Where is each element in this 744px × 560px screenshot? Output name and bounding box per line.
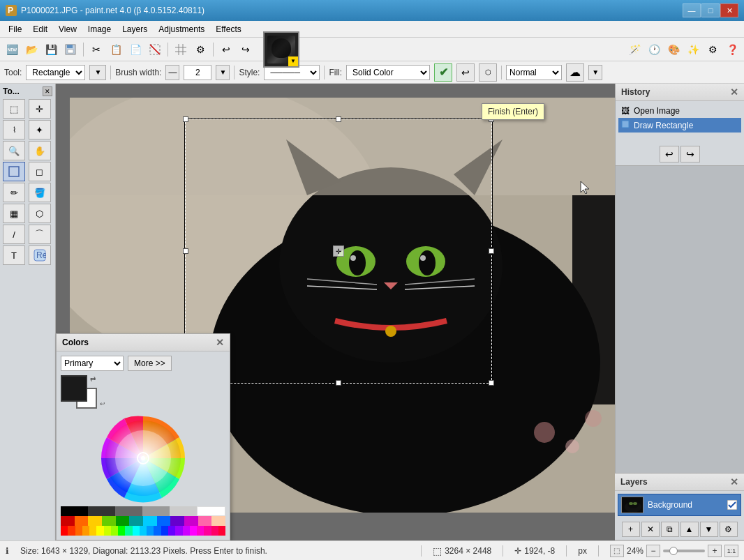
menu-layers[interactable]: Layers (117, 23, 153, 36)
toolbar-deselect[interactable] (146, 40, 164, 59)
layers-panel-close[interactable]: ✕ (730, 476, 738, 487)
layer-visibility-checkbox[interactable] (727, 499, 738, 510)
toolbar-magic-wand[interactable]: 🪄 (625, 40, 643, 59)
tool-line[interactable]: / (3, 225, 25, 244)
antialias-btn[interactable]: ⬡ (479, 63, 497, 82)
menu-view[interactable]: View (53, 23, 82, 36)
toolbar-cut[interactable]: ✂ (87, 40, 105, 59)
toolbar-help[interactable]: ❓ (723, 40, 741, 59)
curve-mode-btn[interactable]: ↩ (456, 63, 475, 82)
history-item-open-image[interactable]: 🖼 Open Image (618, 104, 741, 118)
color-palette[interactable] (61, 506, 225, 536)
history-redo-btn[interactable]: ↪ (680, 146, 700, 162)
tool-magic-wand[interactable]: ✦ (29, 120, 51, 139)
minimize-button[interactable]: — (683, 3, 701, 17)
close-button[interactable]: ✕ (720, 3, 738, 17)
brush-width-input[interactable] (184, 65, 211, 80)
menu-image[interactable]: Image (82, 23, 117, 36)
palette-lime[interactable] (102, 516, 116, 526)
palette-lightgray[interactable] (142, 506, 170, 516)
tool-paintbrush[interactable]: ✏ (3, 183, 25, 202)
toolbar-colors-panel[interactable]: 🎨 (664, 40, 683, 59)
palette-gray[interactable] (115, 506, 142, 516)
palette-darkgray[interactable] (88, 506, 115, 516)
tool-rectangle-select[interactable]: ⬚ (3, 99, 25, 119)
layer-duplicate-btn[interactable]: ⧉ (661, 522, 679, 537)
tool-clone[interactable]: 🪣 (29, 183, 51, 202)
history-item-draw-rectangle[interactable]: Draw Rectangle (618, 118, 741, 133)
palette-blue[interactable] (157, 516, 171, 526)
menu-adjustments[interactable]: Adjustments (153, 23, 210, 36)
tool-zoom[interactable]: 🔍 (3, 141, 25, 160)
brush-increase-btn[interactable]: ▼ (216, 65, 230, 80)
toolbar-history-panel[interactable]: 🕐 (645, 40, 663, 59)
palette-orange[interactable] (75, 516, 89, 526)
tool-eraser[interactable]: ◻ (29, 162, 51, 181)
opacity-btn[interactable]: ☁ (566, 63, 584, 82)
reset-colors-btn[interactable]: ↩ (100, 400, 105, 407)
zoom-out-btn[interactable]: − (646, 545, 660, 557)
color-mode-select[interactable]: Primary Secondary (61, 356, 124, 371)
history-undo-btn[interactable]: ↩ (660, 146, 679, 162)
tool-curve[interactable]: ⌒ (29, 225, 51, 244)
thumbnail-dropdown[interactable]: ▼ (288, 56, 298, 66)
palette-peach[interactable] (211, 516, 225, 526)
toolbar-save-all[interactable] (61, 40, 80, 59)
palette-white[interactable] (197, 506, 225, 516)
layer-up-btn[interactable]: ▲ (680, 522, 699, 537)
tool-text[interactable]: T (3, 245, 25, 265)
toolbar-open[interactable]: 📂 (22, 40, 40, 59)
tool-gradient[interactable]: ▦ (3, 204, 25, 223)
palette-cyan[interactable] (143, 516, 157, 526)
palette-purple[interactable] (170, 516, 184, 526)
zoom-100-btn[interactable]: 1:1 (724, 545, 738, 557)
palette-yellow[interactable] (88, 516, 102, 526)
tool-recolor[interactable]: Re (29, 245, 51, 265)
tools-panel-close[interactable]: ✕ (43, 86, 52, 96)
toolbar-undo[interactable]: ↩ (217, 40, 235, 59)
history-panel-close[interactable]: ✕ (730, 86, 738, 98)
layer-delete-btn[interactable]: ✕ (641, 522, 660, 537)
toolbar-redo[interactable]: ↪ (237, 40, 255, 59)
more-colors-btn[interactable]: More >> (128, 356, 172, 371)
layer-add-btn[interactable]: + (622, 522, 640, 537)
menu-effects[interactable]: Effects (210, 23, 246, 36)
blend-extra-btn[interactable]: ▼ (588, 65, 602, 80)
palette-magenta[interactable] (184, 516, 198, 526)
toolbar-save[interactable]: 💾 (42, 40, 60, 59)
colors-panel-close[interactable]: ✕ (216, 337, 224, 348)
zoom-slider[interactable] (663, 550, 705, 552)
tool-select[interactable]: Rectangle Ellipse Line (26, 65, 85, 80)
toolbar-copy[interactable]: 📋 (107, 40, 125, 59)
color-wheel[interactable] (98, 413, 188, 504)
toolbar-settings[interactable]: ⚙ (191, 40, 209, 59)
toolbar-paste[interactable]: 📄 (126, 40, 144, 59)
layer-props-btn[interactable]: ⚙ (720, 522, 738, 537)
palette-black[interactable] (61, 506, 88, 516)
menu-edit[interactable]: Edit (27, 23, 53, 36)
tool-shapes[interactable]: ⬡ (29, 204, 51, 223)
layer-down-btn[interactable]: ▼ (700, 522, 718, 537)
tool-move[interactable]: ✛ (29, 99, 51, 119)
zoom-fit-btn[interactable]: ⬚ (610, 545, 624, 557)
layer-item-background[interactable]: Background (618, 494, 741, 516)
toolbar-effects-panel[interactable]: ✨ (684, 40, 702, 59)
zoom-in-btn[interactable]: + (708, 545, 722, 557)
palette-green[interactable] (116, 516, 130, 526)
maximize-button[interactable]: □ (701, 3, 720, 17)
fill-select[interactable]: Solid Color No Fill Gradient (346, 65, 430, 80)
toolbar-config[interactable]: ⚙ (704, 40, 722, 59)
tool-lasso[interactable]: ⌇ (3, 120, 25, 139)
toolbar-new[interactable]: 🆕 (3, 40, 21, 59)
color-wheel-container[interactable] (61, 413, 225, 504)
blend-mode-select[interactable]: Normal Multiply Screen (506, 65, 562, 80)
toolbar-grid[interactable] (172, 40, 190, 59)
palette-silver[interactable] (170, 506, 197, 516)
tool-extra-btn[interactable]: ▼ (89, 65, 106, 80)
finish-button[interactable]: ✔ (434, 63, 452, 82)
tool-pan[interactable]: ✋ (29, 141, 51, 160)
brush-decrease-btn[interactable]: — (165, 65, 179, 80)
swap-colors-btn[interactable]: ⇄ (90, 375, 96, 383)
palette-teal[interactable] (129, 516, 143, 526)
primary-swatch[interactable] (61, 375, 87, 402)
